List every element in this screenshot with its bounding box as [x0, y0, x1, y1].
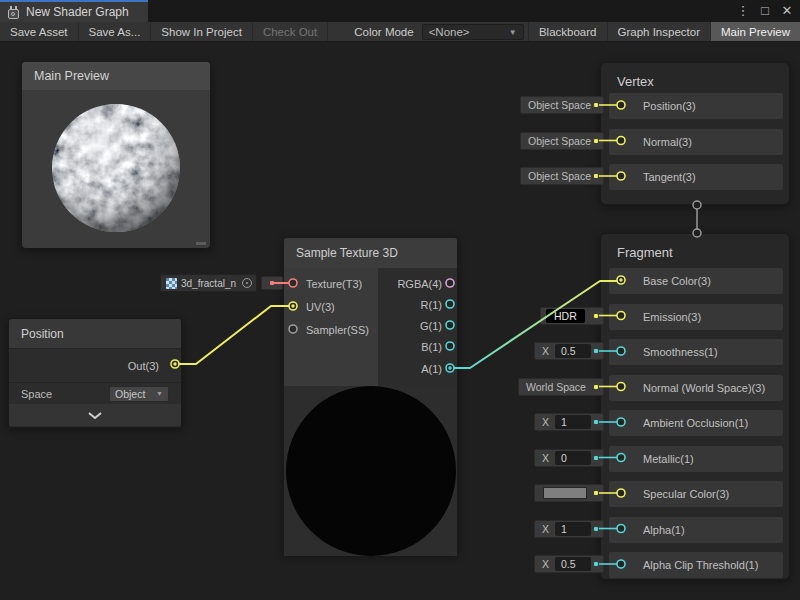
space-label: Space: [21, 388, 52, 400]
save-as-button[interactable]: Save As...: [79, 22, 152, 41]
space-dropdown[interactable]: Object ▼: [109, 386, 169, 402]
r-output-label: R(1): [421, 297, 442, 313]
slot-emission[interactable]: Emission(3): [609, 304, 783, 330]
rgba-output-label: RGBA(4): [397, 276, 442, 292]
badge-metallic-value[interactable]: X0: [534, 449, 604, 467]
toolbar: Save Asset Save As... Show In Project Ch…: [0, 22, 800, 42]
object-picker-icon[interactable]: [242, 278, 252, 288]
badge-object-space-tangent[interactable]: Object Space: [520, 167, 604, 185]
graph-canvas[interactable]: Main Preview: [0, 42, 800, 600]
port-dot: [594, 314, 598, 318]
port-dot: [594, 456, 598, 460]
node-sample-texture-3d[interactable]: Sample Texture 3D Texture(T3) UV(3) Samp…: [283, 237, 458, 555]
blackboard-toggle-button[interactable]: Blackboard: [528, 22, 607, 41]
a-output-label: A(1): [421, 361, 442, 377]
port-dot: [594, 139, 598, 143]
collapse-preview-button[interactable]: [9, 404, 181, 426]
slot-alpha[interactable]: Alpha(1): [609, 517, 783, 543]
wire-position-out-to-uv[interactable]: [177, 306, 291, 364]
position-node-title: Position: [9, 319, 181, 349]
badge-object-space-position[interactable]: Object Space: [520, 96, 604, 114]
slot-position[interactable]: Position(3): [609, 93, 783, 119]
main-preview-title: Main Preview: [22, 62, 210, 90]
badge-ambient-occlusion-value[interactable]: X1: [534, 413, 604, 431]
slot-tangent[interactable]: Tangent(3): [609, 164, 783, 190]
check-out-button: Check Out: [253, 22, 328, 41]
port-dot: [594, 420, 598, 424]
show-in-project-button[interactable]: Show In Project: [151, 22, 253, 41]
chevron-down-icon: ▼: [156, 390, 163, 397]
color-swatch[interactable]: [543, 487, 587, 499]
texture-input-label: Texture(T3): [306, 276, 362, 292]
maximize-icon[interactable]: □: [756, 2, 774, 20]
fragment-node-title: Fragment: [617, 245, 673, 260]
texture-name: 3d_fractal_n: [181, 278, 236, 289]
node-vertex[interactable]: Vertex Position(3) Normal(3) Tangent(3): [600, 62, 790, 205]
sample-texture-node-title: Sample Texture 3D: [284, 238, 457, 268]
slot-specular-color[interactable]: Specular Color(3): [609, 481, 783, 507]
resize-handle[interactable]: [196, 242, 206, 245]
shader-graph-window: New Shader Graph ⋮ □ ✕ Save Asset Save A…: [0, 0, 800, 600]
port-dot: [594, 349, 598, 353]
slot-alpha-clip-threshold[interactable]: Alpha Clip Threshold(1): [609, 552, 783, 578]
badge-specular-color[interactable]: [534, 484, 604, 502]
window-menu-icon[interactable]: ⋮: [734, 2, 752, 20]
texture-thumbnail-icon: [166, 278, 177, 289]
vertex-node-title: Vertex: [617, 74, 654, 89]
node-fragment[interactable]: Fragment Base Color(3) Emission(3) Smoot…: [600, 233, 790, 580]
badge-alpha-value[interactable]: X1: [534, 520, 604, 538]
g-output-label: G(1): [420, 318, 442, 334]
badge-alpha-clip-threshold-value[interactable]: X0.5: [534, 555, 604, 573]
slot-normal[interactable]: Normal(3): [609, 129, 783, 155]
main-preview-render: [22, 90, 210, 248]
position-out-label: Out(3): [128, 360, 159, 372]
port-dot: [594, 385, 598, 389]
badge-emission-hdr[interactable]: HDR: [540, 307, 604, 325]
sampler-input-label: Sampler(SS): [306, 322, 369, 338]
node-position[interactable]: Position Out(3) Space Object ▼: [8, 318, 182, 428]
shader-graph-asset-icon: [7, 6, 20, 19]
color-mode-dropdown[interactable]: <None> ▼: [422, 24, 524, 40]
badge-smoothness-value[interactable]: X0.5: [534, 342, 604, 360]
slot-metallic[interactable]: Metallic(1): [609, 446, 783, 472]
badge-object-space-normal[interactable]: Object Space: [520, 132, 604, 150]
port-dot: [594, 562, 598, 566]
texture-port-connector: [261, 276, 283, 290]
color-mode-label: Color Mode: [328, 22, 421, 41]
main-preview-toggle-button[interactable]: Main Preview: [710, 22, 800, 41]
badge-world-space[interactable]: World Space: [518, 378, 604, 396]
main-preview-panel[interactable]: Main Preview: [22, 62, 210, 248]
slot-ambient-occlusion[interactable]: Ambient Occlusion(1): [609, 410, 783, 436]
preview-sphere-image: [22, 90, 210, 248]
graph-inspector-toggle-button[interactable]: Graph Inspector: [607, 22, 710, 41]
close-icon[interactable]: ✕: [778, 2, 796, 20]
slot-normal-world-space[interactable]: Normal (World Space)(3): [609, 375, 783, 401]
texture-object-field[interactable]: 3d_fractal_n: [160, 274, 257, 292]
chevron-down-icon: [88, 412, 102, 419]
b-output-label: B(1): [421, 339, 442, 355]
uv-input-label: UV(3): [306, 299, 335, 315]
float-field[interactable]: 1: [555, 415, 591, 429]
port-dot: [594, 491, 598, 495]
chevron-down-icon: ▼: [509, 28, 517, 37]
port-dot: [594, 103, 598, 107]
title-bar: New Shader Graph ⋮ □ ✕: [0, 0, 800, 22]
float-field[interactable]: 0: [555, 451, 591, 465]
tab-title: New Shader Graph: [26, 5, 129, 19]
float-field[interactable]: 0.5: [555, 557, 591, 571]
node-preview-black-sphere: [284, 386, 457, 556]
slot-smoothness[interactable]: Smoothness(1): [609, 339, 783, 365]
slot-base-color[interactable]: Base Color(3): [609, 268, 783, 294]
float-field[interactable]: 0.5: [555, 344, 591, 358]
port-dot: [594, 527, 598, 531]
port-dot: [594, 174, 598, 178]
float-field[interactable]: 1: [555, 522, 591, 536]
tab-new-shader-graph[interactable]: New Shader Graph: [0, 0, 148, 22]
save-asset-button[interactable]: Save Asset: [0, 22, 79, 41]
